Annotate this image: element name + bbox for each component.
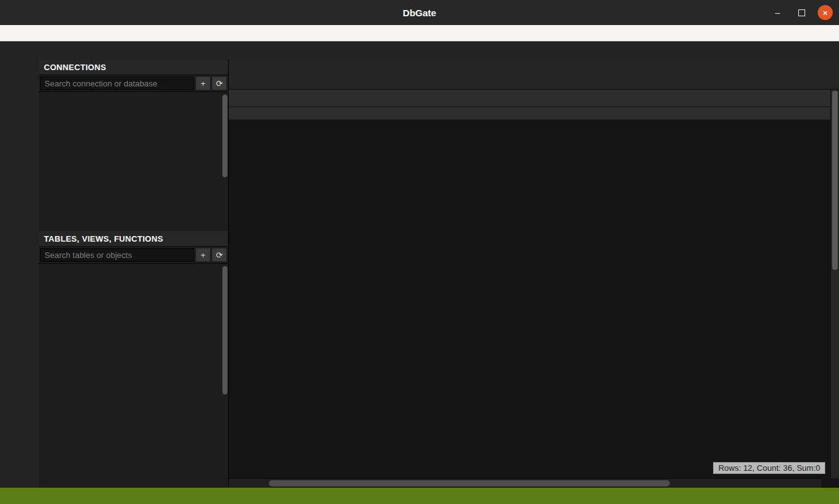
vertical-scroll-thumb[interactable]	[832, 91, 838, 270]
window-title: DbGate	[403, 8, 436, 18]
tab-bar	[229, 70, 839, 90]
left-panel: CONNECTIONS + ⟳ TABLES, VIEWS, FUNCTIONS…	[39, 59, 229, 488]
vertical-scrollbar[interactable]	[830, 90, 839, 478]
tables-search-input[interactable]	[40, 248, 194, 262]
selection-summary-badge: Rows: 12, Count: 36, Sum:0	[713, 462, 825, 474]
tables-scrollbar[interactable]	[222, 266, 227, 394]
window-controls: – ×	[770, 0, 833, 25]
grid-filter-row	[229, 107, 830, 120]
tables-search-row: + ⟳	[39, 247, 228, 264]
tables-refresh-button[interactable]: ⟳	[212, 248, 227, 262]
connections-search-row: + ⟳	[39, 75, 228, 92]
content-area: Rows: 12, Count: 36, Sum:0	[229, 59, 839, 488]
main-area: CONNECTIONS + ⟳ TABLES, VIEWS, FUNCTIONS…	[0, 59, 839, 488]
title-bar: DbGate – ×	[0, 0, 839, 25]
close-button[interactable]: ×	[818, 5, 833, 20]
connections-refresh-button[interactable]: ⟳	[212, 76, 227, 90]
maximize-icon	[798, 9, 805, 16]
minimize-button[interactable]: –	[770, 5, 785, 20]
toolbar	[0, 41, 839, 59]
maximize-button[interactable]	[794, 5, 809, 20]
grid-body	[229, 120, 830, 478]
connections-search-input[interactable]	[40, 76, 194, 90]
connections-scrollbar[interactable]	[222, 95, 227, 177]
activity-bar	[0, 59, 39, 488]
dbgate-window: DbGate – × CONNECTIONS + ⟳ TABLES, VIEWS…	[0, 0, 839, 504]
tables-add-button[interactable]: +	[195, 248, 211, 262]
connections-header: CONNECTIONS	[39, 59, 228, 75]
tables-tree	[39, 264, 228, 488]
horizontal-scroll-thumb[interactable]	[269, 480, 670, 486]
grid-header-row	[229, 90, 830, 107]
horizontal-scrollbar[interactable]	[229, 478, 821, 488]
tab-group-row	[229, 59, 839, 70]
connections-list	[39, 92, 228, 231]
tables-header: TABLES, VIEWS, FUNCTIONS	[39, 231, 228, 247]
data-grid: Rows: 12, Count: 36, Sum:0	[229, 90, 839, 488]
status-bar	[0, 488, 839, 504]
connections-add-button[interactable]: +	[195, 76, 211, 90]
menu-bar	[0, 25, 839, 41]
